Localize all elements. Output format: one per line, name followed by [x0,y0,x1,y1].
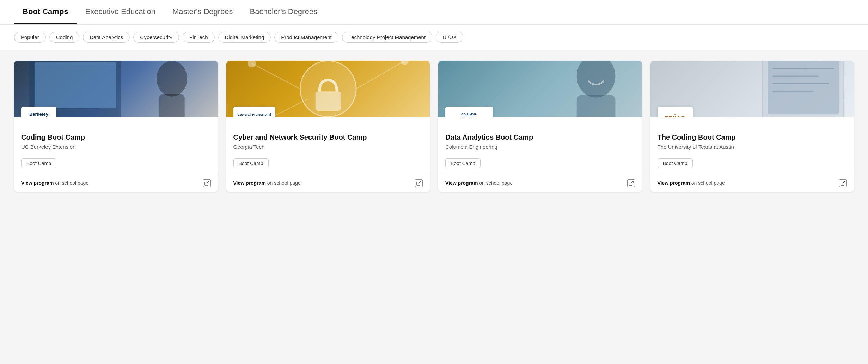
card-logo-berkeley: Berkeley Extension [21,107,56,117]
card-cta: View program on school page [21,180,88,186]
cards-grid: Berkeley Extension Coding Boot Camp UC B… [0,50,868,202]
svg-line-9 [252,63,300,89]
filter-cybersecurity[interactable]: Cybersecurity [133,32,179,43]
card-badge: Boot Camp [445,158,481,168]
filter-data-analytics[interactable]: Data Analytics [83,32,130,43]
card-cta: View program on school page [445,180,513,186]
external-link-icon[interactable] [627,179,635,187]
card-image: ♦ TEXAS [650,61,854,117]
filter-bar: Popular Coding Data Analytics Cybersecur… [0,25,868,50]
external-link-icon[interactable] [415,179,423,187]
svg-rect-8 [315,91,341,111]
tab-masters-degrees[interactable]: Master's Degrees [164,0,242,24]
card-badge: Boot Camp [233,158,269,168]
svg-point-12 [247,61,256,67]
card-badge: Boot Camp [658,158,693,168]
card-title: The Coding Boot Camp [658,133,847,142]
card-body: The Coding Boot Camp The University of T… [650,117,854,174]
card-image: COLUMBIA ENGINEERING The Fu Foundation S… [438,61,642,117]
card-school: Columbia Engineering [445,144,635,150]
card-image: Berkeley Extension [14,61,218,117]
main-navigation: Boot Camps Executive Education Master's … [0,0,868,25]
card-cyber-bootcamp: Georgia | Professional Tech | Education … [226,61,430,192]
external-link-icon[interactable] [839,179,847,187]
svg-point-13 [400,61,408,65]
card-title: Cyber and Network Security Boot Camp [233,133,423,142]
filter-popular[interactable]: Popular [14,32,46,43]
card-image: Georgia | Professional Tech | Education [226,61,430,117]
filter-coding[interactable]: Coding [49,32,80,43]
card-title: Data Analytics Boot Camp [445,133,635,142]
filter-product-management[interactable]: Product Management [274,32,338,43]
tab-boot-camps[interactable]: Boot Camps [14,0,77,24]
card-logo-columbia: COLUMBIA ENGINEERING The Fu Foundation S… [445,107,493,117]
svg-rect-2 [35,62,116,108]
svg-rect-4 [159,94,184,117]
filter-digital-marketing[interactable]: Digital Marketing [218,32,271,43]
card-cta: View program on school page [233,180,301,186]
svg-rect-18 [577,95,616,117]
svg-line-10 [356,61,404,89]
card-school: The University of Texas at Austin [658,144,847,150]
card-coding-bootcamp: Berkeley Extension Coding Boot Camp UC B… [14,61,218,192]
external-link-icon[interactable] [203,179,211,187]
card-school: UC Berkeley Extension [21,144,211,150]
card-texas-bootcamp: ♦ TEXAS The Coding Boot Camp The Univers… [650,61,854,192]
tab-executive-education[interactable]: Executive Education [77,0,164,24]
card-body: Cyber and Network Security Boot Camp Geo… [226,117,430,174]
svg-point-17 [577,61,616,98]
filter-tech-project-management[interactable]: Technology Project Management [342,32,432,43]
card-footer[interactable]: View program on school page [650,174,854,192]
tab-bachelors-degrees[interactable]: Bachelor's Degrees [242,0,326,24]
card-logo-texas: ♦ TEXAS [658,107,693,117]
filter-ui-ux[interactable]: UI/UX [436,32,463,43]
card-school: Georgia Tech [233,144,423,150]
card-cta: View program on school page [658,180,725,186]
card-footer[interactable]: View program on school page [438,174,642,192]
card-footer[interactable]: View program on school page [226,174,430,192]
card-title: Coding Boot Camp [21,133,211,142]
card-logo-georgia: Georgia | Professional Tech | Education [233,107,276,117]
card-body: Data Analytics Boot Camp Columbia Engine… [438,117,642,174]
card-data-analytics-bootcamp: COLUMBIA ENGINEERING The Fu Foundation S… [438,61,642,192]
card-body: Coding Boot Camp UC Berkeley Extension B… [14,117,218,174]
svg-point-3 [157,61,187,97]
filter-fintech[interactable]: FinTech [183,32,215,43]
card-footer[interactable]: View program on school page [14,174,218,192]
card-badge: Boot Camp [21,158,56,168]
